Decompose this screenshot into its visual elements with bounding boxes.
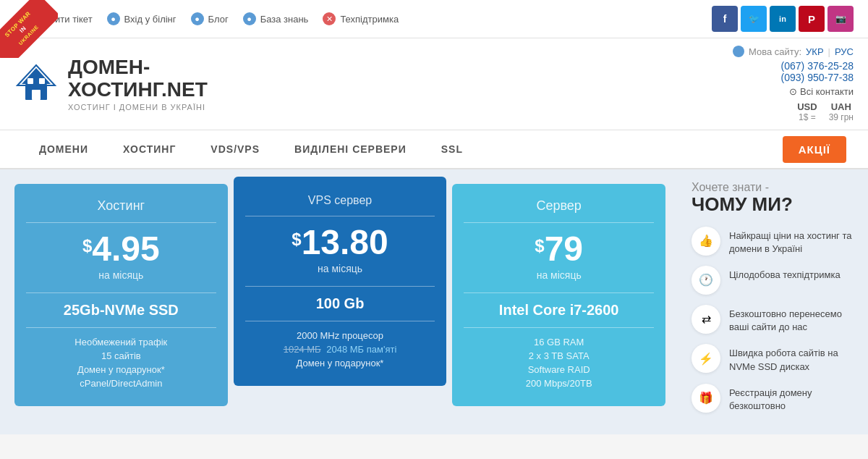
sidebar-title: ЧОМУ МИ? [692, 194, 856, 215]
hosting-feature-main: 25Gb-NVMe SSD [26, 302, 216, 319]
sidebar-item-prices-text: Найкращі ціни на хостинг та домени в Укр… [729, 227, 856, 256]
sidebar-item-gift-text: Реєстрація домену безкоштовно [729, 384, 856, 413]
svg-rect-2 [32, 90, 41, 100]
hosting-feature-1: 15 сайтів [26, 350, 216, 361]
support-icon: ✕ [323, 12, 336, 25]
knowledge-base-link[interactable]: ● База знань [243, 12, 309, 25]
lang-ukr-link[interactable]: УКР [806, 46, 824, 57]
speed-icon: ⚡ [692, 344, 720, 373]
sidebar-item-support: 🕐 Цілодобова техпідтримка [692, 266, 856, 295]
hosting-card: Хостинг $4.95 на місяць 25Gb-NVMe SSD Не… [14, 184, 228, 406]
usd-label: USD [797, 101, 817, 112]
lang-rus-link[interactable]: РУС [835, 46, 854, 57]
gift-icon: 🎁 [692, 384, 720, 413]
hosting-price: $4.95 [26, 232, 216, 266]
lang-icon [733, 46, 744, 57]
vps-feature-0: 2000 MHz процесор [245, 330, 435, 341]
contacts-icon: ⊙ [789, 86, 797, 97]
knowledge-icon: ● [243, 12, 256, 25]
uah-label: UAH [829, 101, 854, 112]
vps-feature-1: 1024 МБ 2048 МБ пам'яті [245, 344, 435, 355]
top-navigation: ● Відкрити тікет ● Вхід у білінг ● Блог … [14, 12, 399, 25]
svg-rect-3 [27, 78, 33, 84]
usd-rate: 1$ = [797, 112, 817, 122]
server-card-title: Сервер [464, 198, 654, 214]
clock-icon: 🕐 [692, 266, 720, 295]
hosting-card-title: Хостинг [26, 198, 216, 214]
nav-dedicated[interactable]: ВИДІЛЕНІ СЕРВЕРИ [277, 130, 424, 169]
nav-domains[interactable]: ДОМЕНИ [22, 130, 106, 169]
logo-tagline: ХОСТИНГ І ДОМЕНИ В УКРАЇНІ [68, 103, 208, 111]
twitter-icon[interactable]: 🐦 [741, 6, 767, 32]
logo-house-icon [14, 62, 58, 106]
language-selector: Мова сайту: УКР | РУС [733, 46, 854, 57]
vps-feature-main: 100 Gb [245, 295, 435, 312]
nav-hosting[interactable]: ХОСТИНГ [106, 130, 193, 169]
server-price: $79 [464, 232, 654, 266]
server-card: Сервер $79 на місяць Intel Core i7-2600 … [452, 184, 665, 406]
logo-area: ДОМЕН- ХОСТИНГ.NET ХОСТИНГ І ДОМЕНИ В УК… [14, 56, 208, 111]
sidebar-item-speed: ⚡ Швидка робота сайтів на NVMe SSD диска… [692, 344, 856, 373]
sidebar-item-transfer: ⇄ Безкоштовно перенесемо ваші сайти до н… [692, 305, 856, 334]
billing-link[interactable]: ● Вхід у білінг [107, 12, 176, 25]
vps-card: VPS сервер $13.80 на місяць 100 Gb 2000 … [234, 177, 447, 386]
why-us-sidebar: Хочете знати - ЧОМУ МИ? 👍 Найкращі ціни … [680, 169, 868, 434]
header-contact-area: Мова сайту: УКР | РУС (067) 376-25-28 (0… [733, 46, 854, 122]
promo-button[interactable]: АКЦІЇ [783, 136, 846, 163]
hosting-feature-0: Необмежений трафік [26, 337, 216, 348]
linkedin-icon[interactable]: in [770, 6, 796, 32]
sidebar-item-transfer-text: Безкоштовно перенесемо ваші сайти до нас [729, 305, 856, 334]
vps-price: $13.80 [245, 225, 435, 260]
main-navigation: ДОМЕНИ ХОСТИНГ VDS/VPS ВИДІЛЕНІ СЕРВЕРИ … [0, 130, 868, 169]
sidebar-item-speed-text: Швидка робота сайтів на NVMe SSD дисках [729, 344, 856, 373]
svg-rect-4 [39, 78, 45, 84]
server-feature-2: Software RAID [464, 364, 654, 375]
top-bar: ● Відкрити тікет ● Вхід у білінг ● Блог … [0, 0, 868, 38]
billing-icon: ● [107, 12, 120, 25]
social-bar: f 🐦 in P 📷 [712, 6, 854, 32]
uah-rate: 39 грн [829, 112, 854, 122]
transfer-icon: ⇄ [692, 305, 720, 334]
logo-text: ДОМЕН- ХОСТИНГ.NET ХОСТИНГ І ДОМЕНИ В УК… [68, 56, 208, 111]
server-per: на місяць [464, 269, 654, 281]
hosting-per: на місяць [26, 269, 216, 281]
sidebar-subtitle: Хочете знати - [692, 181, 856, 194]
vps-card-title: VPS сервер [245, 194, 435, 207]
blog-icon: ● [191, 12, 204, 25]
phone-2[interactable]: (093) 950-77-38 [733, 72, 854, 83]
nav-ssl[interactable]: SSL [424, 130, 480, 169]
nav-vds-vps[interactable]: VDS/VPS [193, 130, 277, 169]
vps-feature-3: Домен у подарунок* [245, 358, 435, 369]
pricing-section: Хостинг $4.95 на місяць 25Gb-NVMe SSD Не… [0, 169, 680, 434]
sidebar-item-prices: 👍 Найкращі ціни на хостинг та домени в У… [692, 227, 856, 256]
server-feature-1: 2 x 3 TB SATA [464, 350, 654, 361]
blog-link[interactable]: ● Блог [191, 12, 229, 25]
server-feature-main: Intel Core i7-2600 [464, 302, 654, 319]
site-header: ДОМЕН- ХОСТИНГ.NET ХОСТИНГ І ДОМЕНИ В УК… [0, 38, 868, 130]
instagram-icon[interactable]: 📷 [827, 6, 854, 32]
sidebar-item-support-text: Цілодобова техпідтримка [729, 266, 841, 282]
support-link[interactable]: ✕ Техпідтримка [323, 12, 399, 25]
logo-name: ДОМЕН- ХОСТИНГ.NET [68, 56, 208, 101]
main-content: Хостинг $4.95 на місяць 25Gb-NVMe SSD Не… [0, 169, 868, 434]
vps-per: на місяць [245, 263, 435, 274]
hosting-feature-3: cPanel/DirectAdmin [26, 378, 216, 389]
war-banner: STOP WAR IN UKRAINE [0, 0, 58, 58]
all-contacts-link[interactable]: ⊙ Всі контакти [733, 86, 854, 97]
sidebar-item-gift: 🎁 Реєстрація домену безкоштовно [692, 384, 856, 413]
phone-1[interactable]: (067) 376-25-28 [733, 60, 854, 72]
facebook-icon[interactable]: f [712, 6, 738, 32]
pinterest-icon[interactable]: P [799, 6, 825, 32]
hosting-feature-2: Домен у подарунок* [26, 364, 216, 375]
server-feature-3: 200 Mbps/20TB [464, 378, 654, 389]
currency-row: USD 1$ = UAH 39 грн [733, 101, 854, 122]
server-feature-0: 16 GB RAM [464, 337, 654, 348]
thumbs-up-icon: 👍 [692, 227, 720, 256]
